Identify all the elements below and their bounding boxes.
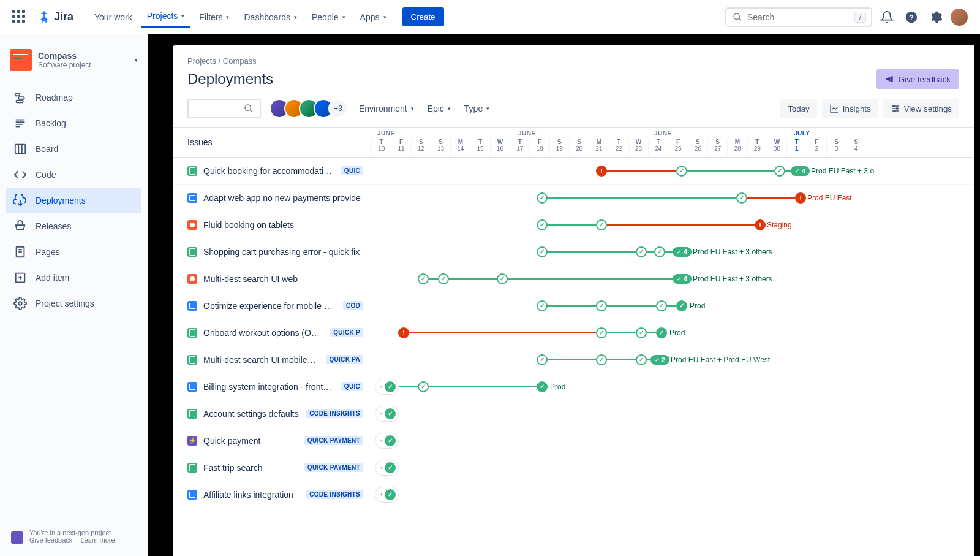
learn-more-link[interactable]: Learn more — [80, 536, 115, 544]
deployment-line — [443, 278, 497, 280]
nav-apps[interactable]: Apps▾ — [354, 7, 393, 27]
help-icon[interactable]: ? — [902, 7, 921, 27]
nav-projects[interactable]: Projects▾ — [141, 6, 191, 28]
deployment-count-badge[interactable]: 4 — [673, 247, 692, 257]
collapsed-deployments[interactable]: ‹ — [375, 460, 399, 476]
nav-filters[interactable]: Filters▾ — [193, 7, 235, 27]
filter-search[interactable] — [187, 99, 261, 118]
issue-row[interactable]: Onboard workout options (OWO)QUICK P — [173, 319, 371, 346]
today-button[interactable]: Today — [780, 99, 817, 118]
deployment-line — [423, 386, 537, 387]
deployment-marker-fail[interactable] — [398, 327, 409, 338]
deployment-marker-success[interactable] — [596, 300, 607, 311]
search-input[interactable] — [733, 12, 854, 22]
issue-row[interactable]: Affiliate links integrationCODE INSIGHTS — [173, 481, 371, 508]
deployment-marker-success[interactable] — [654, 246, 665, 257]
sidebar-item-project-settings[interactable]: Project settings — [6, 291, 141, 316]
issue-row[interactable]: Adapt web app no new payments provide — [173, 185, 371, 211]
deployment-marker-success[interactable] — [537, 354, 548, 365]
deployment-marker-fail[interactable] — [596, 166, 607, 177]
sidebar-item-deployments[interactable]: Deployments — [6, 188, 141, 213]
issue-row[interactable]: Multi-dest search UI web — [173, 265, 371, 292]
deployment-marker-filled[interactable] — [676, 300, 687, 311]
day-column: W16 — [490, 139, 510, 157]
deployment-marker-success[interactable] — [537, 246, 548, 257]
deployment-marker-success[interactable] — [736, 192, 747, 204]
deployment-count-badge[interactable]: 4 — [791, 166, 810, 176]
filter-environment[interactable]: Environment▾ — [356, 100, 417, 117]
insights-button[interactable]: Insights — [822, 99, 878, 118]
collapsed-deployments[interactable]: ‹ — [375, 406, 399, 422]
create-button[interactable]: Create — [402, 7, 444, 26]
collapsed-deployments[interactable]: ‹ — [375, 487, 399, 503]
deployment-marker-success[interactable] — [497, 273, 508, 284]
deployment-marker-success[interactable] — [418, 381, 429, 392]
nav-your-work[interactable]: Your work — [88, 7, 138, 27]
user-avatar[interactable] — [951, 9, 968, 26]
jira-logo[interactable]: Jira — [37, 10, 74, 25]
deployment-marker-success[interactable] — [596, 219, 607, 230]
collapsed-deployments[interactable]: ‹ — [375, 433, 399, 449]
sidebar-item-code[interactable]: Code — [6, 162, 141, 188]
sidebar-item-roadmap[interactable]: Roadmap — [6, 85, 141, 110]
project-selector[interactable]: Compass Software project ▾ — [6, 47, 141, 74]
deployment-marker-success[interactable] — [537, 219, 548, 230]
timeline-area[interactable]: JUNEJUNEJUNEJULY T10F11S12S13M14T15W16T1… — [371, 127, 974, 535]
issue-row[interactable]: Shopping cart purchasing error - quick f… — [173, 238, 371, 265]
breadcrumb-compass[interactable]: Compass — [223, 56, 257, 66]
toolbar: +3 Environment▾ Epic▾ Type▾ Today Insigh… — [173, 99, 974, 127]
day-column: S4 — [846, 139, 865, 157]
issue-row[interactable]: Billing system integration - frontendQUI… — [173, 373, 371, 400]
deployment-marker-success[interactable] — [596, 354, 607, 365]
sidebar-item-pages[interactable]: Pages — [6, 239, 141, 265]
deployment-marker-success[interactable] — [774, 166, 785, 177]
deployment-marker-success[interactable] — [676, 166, 687, 177]
day-column: S20 — [569, 139, 589, 157]
sidebar-item-backlog[interactable]: Backlog — [6, 110, 141, 136]
deployment-line — [681, 170, 774, 172]
notifications-icon[interactable] — [877, 7, 897, 27]
issue-tag: QUICK PA — [326, 355, 363, 364]
issue-row[interactable]: Quick booking for accommodationsQUIC — [173, 158, 371, 185]
deployment-marker-filled[interactable] — [656, 327, 667, 338]
sidebar-item-add-item[interactable]: Add item — [6, 265, 141, 291]
assignee-filter[interactable]: +3 — [270, 99, 348, 118]
collapsed-deployments[interactable]: ‹ — [375, 379, 399, 395]
deployment-count-badge[interactable]: 4 — [673, 274, 692, 284]
view-settings-button[interactable]: View settings — [883, 99, 959, 118]
deployment-count-badge[interactable]: 2 — [650, 355, 669, 365]
global-search[interactable]: / — [725, 7, 872, 27]
sidebar-item-board[interactable]: Board — [6, 136, 141, 162]
deployment-marker-success[interactable] — [537, 300, 548, 311]
deployment-marker-success[interactable] — [418, 273, 429, 284]
issue-row[interactable]: Quick paymentQUICK PAYMENT — [173, 427, 371, 454]
filter-type[interactable]: Type▾ — [462, 100, 492, 117]
sidebar-item-releases[interactable]: Releases — [6, 213, 141, 239]
deployment-marker-success[interactable] — [636, 354, 647, 365]
story-icon — [187, 409, 197, 419]
deployment-marker-fail[interactable] — [795, 192, 806, 204]
deployment-marker-success[interactable] — [636, 327, 647, 338]
deployment-marker-success[interactable] — [636, 246, 647, 257]
deployment-marker-filled[interactable] — [537, 381, 548, 392]
avatar-more[interactable]: +3 — [328, 99, 348, 118]
app-switcher-icon[interactable] — [12, 10, 27, 25]
nav-people[interactable]: People▾ — [306, 7, 352, 27]
settings-icon[interactable] — [926, 7, 946, 27]
issue-row[interactable]: Account settings defaultsCODE INSIGHTS — [173, 400, 371, 427]
give-feedback-button[interactable]: Give feedback — [876, 69, 959, 89]
issue-row[interactable]: Multi-dest search UI mobilewebQUICK PA — [173, 346, 371, 373]
deployment-marker-success[interactable] — [438, 273, 449, 284]
give-feedback-link[interactable]: Give feedback — [29, 536, 72, 544]
deployment-marker-success[interactable] — [656, 300, 667, 311]
issue-row[interactable]: Fast trip searchQUICK PAYMENT — [173, 454, 371, 481]
filter-epic[interactable]: Epic▾ — [425, 100, 453, 117]
issue-row[interactable]: Optimize experience for mobile webCOD — [173, 292, 371, 319]
nav-dashboards[interactable]: Dashboards▾ — [238, 7, 303, 27]
breadcrumb-projects[interactable]: Projects — [187, 56, 216, 66]
deployment-marker-success[interactable] — [537, 192, 548, 204]
issue-row[interactable]: Fluid booking on tablets — [173, 211, 371, 238]
deployment-marker-success[interactable] — [596, 327, 607, 338]
deployment-line — [741, 197, 795, 199]
deployment-marker-fail[interactable] — [755, 219, 766, 230]
